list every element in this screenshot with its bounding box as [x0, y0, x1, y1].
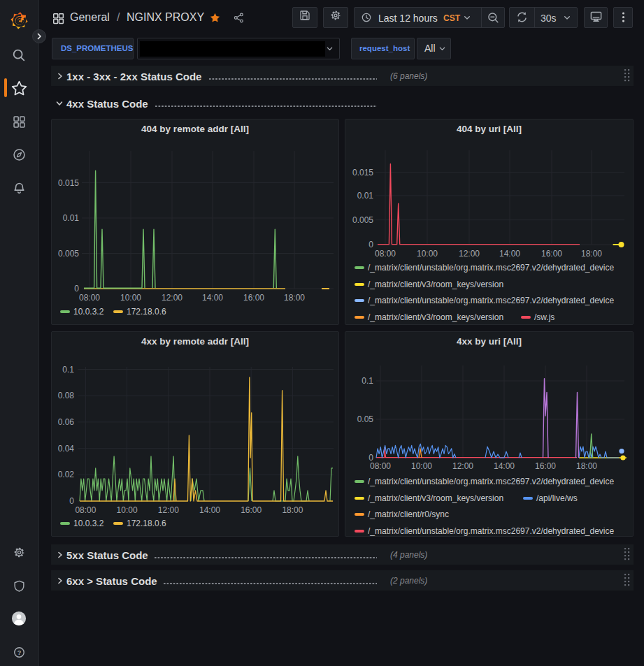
svg-text:12:00: 12:00	[459, 249, 480, 259]
svg-text:08:00: 08:00	[75, 505, 96, 515]
svg-text:0.05: 0.05	[357, 414, 374, 424]
svg-text:12:00: 12:00	[452, 461, 473, 471]
svg-text:0.1: 0.1	[62, 365, 74, 375]
svg-text:14:00: 14:00	[499, 249, 520, 259]
svg-text:18:00: 18:00	[581, 249, 602, 259]
svg-text:0.1: 0.1	[362, 376, 373, 386]
svg-text:0.01: 0.01	[63, 213, 80, 223]
svg-text:0.015: 0.015	[352, 168, 373, 178]
svg-text:0: 0	[69, 496, 74, 506]
svg-text:0.02: 0.02	[58, 470, 75, 479]
svg-text:08:00: 08:00	[79, 293, 100, 303]
svg-text:0.08: 0.08	[58, 391, 75, 400]
svg-text:16:00: 16:00	[241, 505, 262, 515]
svg-text:?: ?	[17, 649, 22, 656]
svg-text:0: 0	[368, 240, 373, 249]
svg-text:0.01: 0.01	[357, 191, 374, 201]
svg-text:14:00: 14:00	[494, 461, 515, 471]
svg-text:08:00: 08:00	[370, 461, 391, 471]
svg-text:0.04: 0.04	[58, 444, 75, 454]
svg-text:10:00: 10:00	[117, 505, 138, 515]
svg-text:10:00: 10:00	[120, 293, 141, 303]
svg-text:10:00: 10:00	[411, 461, 432, 471]
svg-text:10:00: 10:00	[417, 249, 438, 259]
svg-text:18:00: 18:00	[282, 505, 303, 515]
svg-text:0.015: 0.015	[58, 178, 79, 188]
svg-text:18:00: 18:00	[576, 461, 597, 471]
svg-text:12:00: 12:00	[162, 293, 183, 303]
svg-text:18:00: 18:00	[284, 293, 305, 303]
svg-text:14:00: 14:00	[202, 293, 223, 303]
svg-text:16:00: 16:00	[541, 249, 562, 259]
svg-text:0.005: 0.005	[58, 249, 79, 259]
svg-text:16:00: 16:00	[535, 461, 556, 471]
svg-text:16:00: 16:00	[243, 293, 264, 303]
svg-text:0.06: 0.06	[58, 417, 75, 427]
svg-text:0.005: 0.005	[352, 215, 373, 225]
svg-text:14:00: 14:00	[199, 505, 220, 515]
svg-text:08:00: 08:00	[375, 249, 396, 259]
svg-text:12:00: 12:00	[158, 505, 179, 515]
svg-text:0: 0	[74, 284, 79, 294]
